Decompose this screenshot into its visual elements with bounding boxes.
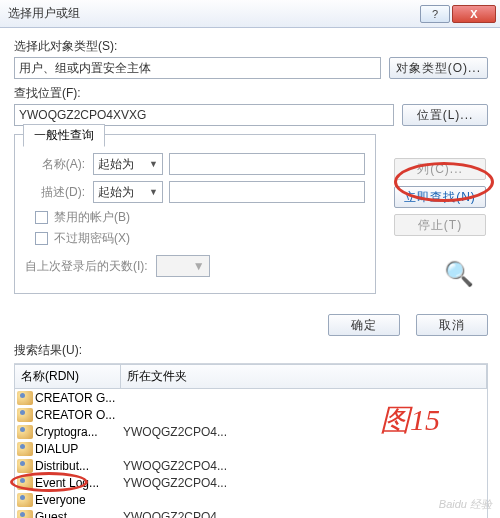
figure-caption: 图15 — [380, 400, 440, 441]
tab-general-query[interactable]: 一般性查询 — [23, 124, 105, 147]
location-field: YWOQGZ2CPO4XVXG — [14, 104, 394, 126]
columns-button-2[interactable]: 列(C)... — [394, 158, 486, 180]
col-folder[interactable]: 所在文件夹 — [121, 365, 487, 388]
name-label: 名称(A): — [25, 156, 85, 173]
group-icon — [17, 476, 33, 490]
chevron-down-icon: ▼ — [193, 259, 205, 273]
stop-button: 停止(T) — [394, 214, 486, 236]
no-expire-label: 不过期密码(X) — [54, 230, 130, 247]
find-now-button[interactable]: 立即查找(N) — [394, 186, 486, 208]
cell-name: Cryptogra... — [35, 425, 123, 439]
disabled-accounts-label: 禁用的帐户(B) — [54, 209, 130, 226]
title-bar: 选择用户或组 ? X — [0, 0, 500, 28]
cell-folder: YWOQGZ2CPO4... — [123, 510, 487, 519]
results-label: 搜索结果(U): — [14, 342, 488, 359]
table-row[interactable]: DIALUP — [15, 440, 487, 457]
cell-name: Everyone — [35, 493, 123, 507]
table-row[interactable]: GuestYWOQGZ2CPO4... — [15, 508, 487, 518]
cell-name: Event Log... — [35, 476, 123, 490]
group-icon — [17, 493, 33, 507]
col-name[interactable]: 名称(RDN) — [15, 365, 121, 388]
window-title: 选择用户或组 — [8, 5, 418, 22]
chevron-down-icon: ▼ — [149, 187, 158, 197]
desc-label: 描述(D): — [25, 184, 85, 201]
name-mode-value: 起始为 — [98, 156, 134, 173]
group-icon — [17, 425, 33, 439]
cell-name: CREATOR O... — [35, 408, 123, 422]
object-type-button[interactable]: 对象类型(O)... — [389, 57, 488, 79]
cancel-button[interactable]: 取消 — [416, 314, 488, 336]
desc-mode-value: 起始为 — [98, 184, 134, 201]
desc-mode-select[interactable]: 起始为 ▼ — [93, 181, 163, 203]
group-icon — [17, 459, 33, 473]
days-since-login-label: 自上次登录后的天数(I): — [25, 258, 148, 275]
table-row[interactable]: Distribut...YWOQGZ2CPO4... — [15, 457, 487, 474]
days-select[interactable]: ▼ — [156, 255, 210, 277]
table-row[interactable]: Event Log...YWOQGZ2CPO4... — [15, 474, 487, 491]
group-icon — [17, 391, 33, 405]
group-icon — [17, 408, 33, 422]
side-buttons: 列(C)... 列(C)... 立即查找(N) 停止(T) — [394, 130, 486, 236]
chevron-down-icon: ▼ — [149, 159, 158, 169]
cell-name: Distribut... — [35, 459, 123, 473]
group-icon — [17, 442, 33, 456]
disabled-accounts-checkbox[interactable] — [35, 211, 48, 224]
object-type-label: 选择此对象类型(S): — [14, 38, 488, 55]
group-icon — [17, 510, 33, 519]
magnifier-icon: 🔍 — [444, 260, 474, 288]
results-header: 名称(RDN) 所在文件夹 — [14, 364, 488, 389]
help-button[interactable]: ? — [420, 5, 450, 23]
desc-input[interactable] — [169, 181, 365, 203]
location-button[interactable]: 位置(L)... — [402, 104, 488, 126]
location-label: 查找位置(F): — [14, 85, 488, 102]
ok-button[interactable]: 确定 — [328, 314, 400, 336]
name-input[interactable] — [169, 153, 365, 175]
table-row[interactable]: Everyone — [15, 491, 487, 508]
no-expire-checkbox[interactable] — [35, 232, 48, 245]
cell-folder: YWOQGZ2CPO4... — [123, 476, 487, 490]
watermark: Baidu 经验 — [439, 497, 492, 512]
query-groupbox: 一般性查询 名称(A): 起始为 ▼ 描述(D): 起始为 ▼ 禁用的帐户(B)… — [14, 134, 376, 294]
dialog-body: 选择此对象类型(S): 用户、组或内置安全主体 对象类型(O)... 查找位置(… — [0, 28, 500, 518]
cell-name: DIALUP — [35, 442, 123, 456]
cell-name: Guest — [35, 510, 123, 519]
object-type-field: 用户、组或内置安全主体 — [14, 57, 381, 79]
cell-folder: YWOQGZ2CPO4... — [123, 459, 487, 473]
close-button[interactable]: X — [452, 5, 496, 23]
cell-name: CREATOR G... — [35, 391, 123, 405]
name-mode-select[interactable]: 起始为 ▼ — [93, 153, 163, 175]
